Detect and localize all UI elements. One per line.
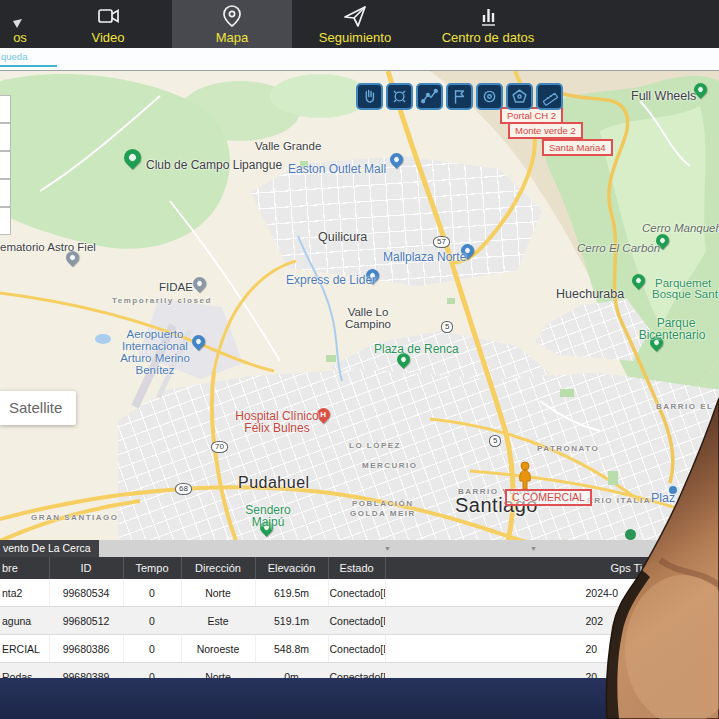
table-tabstrip: vento De La Cerca ▼ ▼: [0, 540, 719, 557]
search-hint-text[interactable]: queda: [1, 51, 27, 62]
side-panel-box[interactable]: [0, 95, 11, 123]
map-label: MERCURIO: [362, 461, 418, 470]
map-label: PATRONATO: [537, 444, 599, 453]
map-label: ematorio Astro Fiel: [0, 241, 96, 253]
devices-icon: [13, 19, 27, 29]
map-label: Maipú: [252, 515, 285, 529]
polyline-icon: [420, 87, 439, 106]
road-shield: 5: [441, 321, 453, 333]
circle-icon: [480, 87, 499, 106]
map-label: Valle Lo: [348, 306, 389, 318]
map-label: Valle Grande: [255, 140, 321, 152]
map-label: Full Wheels: [631, 89, 696, 103]
map-label: Easton Outlet Mall: [288, 162, 386, 176]
table-cell: 2024-0: [385, 579, 719, 607]
satellite-toggle-button[interactable]: Satellite: [0, 391, 76, 425]
map-label: Pudahuel: [238, 474, 310, 492]
map-label: Club de Campo Lipangue: [146, 158, 282, 172]
table-cell: 99680512: [49, 607, 123, 635]
map-label: RRIO ITALIA: [587, 496, 651, 505]
ruler-icon: [540, 87, 559, 106]
tab-mapa[interactable]: Mapa: [172, 0, 292, 48]
table-cell: 99680534: [49, 579, 123, 607]
device-table: breIDTempoDirecciónElevaciónEstadoGps Ti…: [0, 557, 719, 678]
map-label: Bicentenario: [639, 328, 706, 342]
side-panel-box[interactable]: [0, 179, 11, 207]
tab-label: Mapa: [216, 31, 249, 45]
column-header[interactable]: Tempo: [123, 557, 181, 579]
filter-icon[interactable]: ▼: [384, 545, 391, 552]
column-header[interactable]: Gps Ti: [385, 557, 719, 579]
tab-label: Seguimiento: [319, 31, 391, 45]
map-label: Express de Lider: [286, 273, 376, 287]
bar-chart-icon: [475, 3, 501, 29]
road-shield: 68: [175, 483, 192, 495]
geofence-label[interactable]: Santa Maria4: [542, 139, 613, 156]
map-label: Aeropuerto: [127, 328, 184, 340]
flag-tool-button[interactable]: [446, 83, 473, 110]
map-label: Mallplaza Norte: [383, 250, 466, 264]
map-canvas[interactable]: Satellite Club de Campo LipangueValle Gr…: [0, 70, 719, 541]
map-label: LO LÓPEZ: [349, 441, 401, 450]
windows-taskbar: Buscar ☎16 ⚙: [0, 678, 719, 719]
table-cell: Norte: [181, 579, 255, 607]
column-header[interactable]: Estado: [328, 557, 385, 579]
column-header[interactable]: Dirección: [181, 557, 255, 579]
side-panel-box[interactable]: [0, 207, 11, 235]
column-header[interactable]: bre: [0, 557, 49, 579]
circle-tool-button[interactable]: [476, 83, 503, 110]
map-label: FIDAE: [159, 281, 193, 293]
table-row[interactable]: nta2996805340Norte619.5mConectado[Di...2…: [0, 579, 719, 607]
polygon-tool-button[interactable]: [506, 83, 533, 110]
top-nav: os Video Mapa Seguimiento Centro de dato…: [0, 0, 719, 48]
polyline-tool-button[interactable]: [416, 83, 443, 110]
tab-centro-de-datos[interactable]: Centro de datos: [418, 0, 558, 48]
side-panel-box[interactable]: [0, 123, 11, 151]
search-underline: [0, 65, 57, 67]
target-icon: [390, 87, 409, 106]
tab-seguimiento[interactable]: Seguimiento: [296, 0, 414, 48]
map-label: Bosque Sant: [652, 288, 718, 300]
table-cell: aguna: [0, 607, 49, 635]
map-pin-icon: [219, 3, 245, 29]
map-label: GOLDA MEIR: [350, 509, 416, 518]
road-shield: 5: [489, 435, 501, 447]
side-panel-box[interactable]: [0, 151, 11, 179]
tab-video[interactable]: Video: [48, 0, 168, 48]
tab-devices[interactable]: os: [0, 0, 40, 48]
table-cell: Noroeste: [181, 635, 255, 663]
column-header[interactable]: ID: [49, 557, 123, 579]
table-cell: 519.1m: [255, 607, 328, 635]
table-cell: 0: [123, 607, 181, 635]
column-header[interactable]: Elevación: [255, 557, 328, 579]
map-label: BARRIO EL GOL: [656, 402, 719, 411]
map-label: Internacional: [122, 340, 188, 352]
target-tool-button[interactable]: [386, 83, 413, 110]
pan-hand-tool-button[interactable]: [356, 83, 383, 110]
geofence-label[interactable]: C COMERCIAL: [505, 489, 592, 506]
tab-evento-de-la-cerca[interactable]: vento De La Cerca: [0, 540, 99, 557]
search-subbar: queda: [0, 48, 719, 70]
table-cell: 202: [385, 607, 719, 635]
map-label: Plaza de Renca: [374, 342, 459, 356]
map-label: Cerro El Carbón: [577, 242, 660, 254]
table-cell: Conectado[Di...: [328, 579, 385, 607]
tab-label: os: [13, 31, 27, 45]
geofence-label[interactable]: Monte verde 2: [508, 122, 583, 139]
table-row[interactable]: aguna996805120Este519.1mConectado[Di...2…: [0, 607, 719, 635]
road-shield: 70: [211, 441, 228, 453]
table-cell: ERCIAL: [0, 635, 49, 663]
map-label: Plaz: [651, 491, 675, 505]
table-cell: nta2: [0, 579, 49, 607]
table-cell: 619.5m: [255, 579, 328, 607]
tab-label: Video: [91, 31, 124, 45]
table-row[interactable]: ERCIAL996803860Noroeste548.8mConectado[D…: [0, 635, 719, 663]
ruler-tool-button[interactable]: [536, 83, 563, 110]
person-marker-icon[interactable]: [515, 461, 535, 491]
table-cell: 99680386: [49, 635, 123, 663]
flag-icon: [450, 87, 469, 106]
green-poi-dot[interactable]: [625, 529, 636, 540]
map-label: Huechuraba: [556, 287, 624, 301]
filter-icon[interactable]: ▼: [530, 545, 537, 552]
map-label: Campino: [345, 318, 391, 330]
